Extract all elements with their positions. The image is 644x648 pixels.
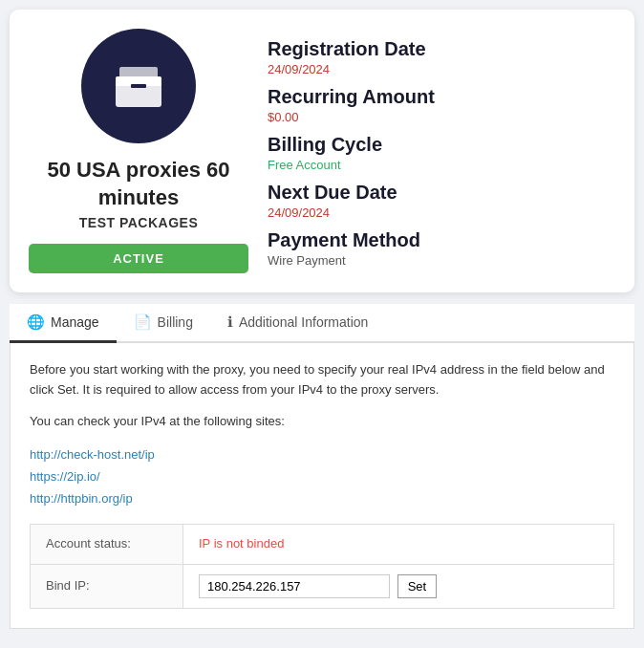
bind-ip-cell: Set	[183, 564, 614, 608]
status-badge: ACTIVE	[29, 244, 248, 273]
manage-icon: 🌐	[27, 313, 45, 331]
billing-icon: 📄	[134, 313, 152, 331]
tab-billing[interactable]: 📄 Billing	[117, 304, 210, 343]
svg-rect-3	[119, 67, 158, 78]
tabs-bar: 🌐 Manage 📄 Billing ℹ Additional Informat…	[10, 304, 634, 343]
account-info-table: Account status: IP is not binded Bind IP…	[30, 524, 614, 609]
manage-content: Before you start working with the proxy,…	[10, 343, 634, 628]
billing-label: Billing Cycle	[268, 134, 615, 156]
recurring-label: Recurring Amount	[268, 86, 615, 108]
payment-method-label: Payment Method	[268, 229, 615, 251]
description-text: Before you start working with the proxy,…	[30, 360, 614, 400]
product-card: 50 USA proxies 60 minutes TEST PACKAGES …	[10, 10, 634, 292]
tab-additional[interactable]: ℹ Additional Information	[210, 304, 385, 343]
info-icon: ℹ	[227, 313, 233, 331]
card-right: Registration Date 24/09/2024 Recurring A…	[268, 29, 615, 273]
bind-ip-input[interactable]	[199, 574, 390, 598]
product-tag: TEST PACKAGES	[79, 215, 198, 230]
product-icon-circle	[81, 29, 196, 143]
payment-method-value: Wire Payment	[268, 253, 615, 268]
card-left: 50 USA proxies 60 minutes TEST PACKAGES …	[29, 29, 248, 273]
next-due-label: Next Due Date	[268, 182, 615, 204]
registration-label: Registration Date	[268, 38, 615, 60]
next-due-date: 24/09/2024	[268, 205, 615, 220]
link-checkhost[interactable]: http://check-host.net/ip	[30, 443, 614, 465]
set-button[interactable]: Set	[397, 574, 438, 598]
account-status-value: IP is not binded	[183, 524, 614, 564]
link-httpbin[interactable]: http://httpbin.org/ip	[30, 487, 614, 509]
recurring-value: $0.00	[268, 110, 615, 124]
check-text: You can check your IPv4 at the following…	[30, 412, 614, 432]
bind-ip-row: Bind IP: Set	[31, 564, 614, 608]
billing-value: Free Account	[268, 158, 615, 172]
tab-billing-label: Billing	[158, 314, 193, 330]
tab-manage[interactable]: 🌐 Manage	[10, 304, 117, 343]
box-icon	[110, 57, 167, 115]
registration-date: 24/09/2024	[268, 62, 615, 76]
bind-ip-label: Bind IP:	[31, 564, 183, 608]
account-status-row: Account status: IP is not binded	[31, 524, 614, 564]
tab-additional-label: Additional Information	[239, 314, 368, 330]
tab-manage-label: Manage	[51, 314, 99, 330]
account-status-label: Account status:	[31, 524, 183, 564]
link-2ip[interactable]: https://2ip.io/	[30, 465, 614, 487]
svg-rect-2	[131, 84, 146, 88]
product-name: 50 USA proxies 60 minutes	[29, 157, 248, 211]
